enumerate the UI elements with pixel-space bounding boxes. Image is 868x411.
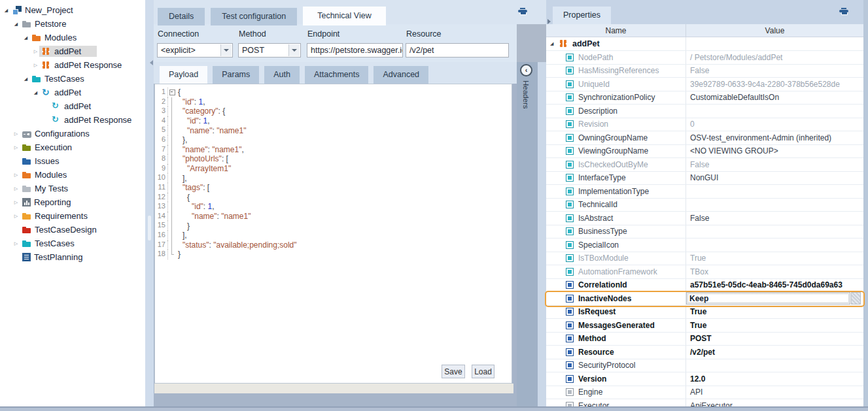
property-row-isabstract[interactable]: IsAbstractFalse — [546, 212, 863, 225]
property-root-row[interactable]: addPet — [546, 37, 863, 51]
printer-icon[interactable] — [518, 10, 527, 12]
expander-icon[interactable] — [32, 48, 39, 55]
property-row-hasmissingreferences[interactable]: HasMissingReferencesFalse — [546, 65, 863, 78]
tree-item-petstore[interactable]: Petstore — [0, 17, 145, 31]
expander-icon[interactable] — [12, 20, 20, 27]
property-row-revision[interactable]: Revision0 — [546, 118, 863, 132]
property-value: /v2/pet — [690, 348, 715, 357]
endpoint-input[interactable]: https://petstore.swagger.io — [307, 43, 403, 58]
property-row-interfacetype[interactable]: InterfaceTypeNonGUI — [546, 172, 863, 186]
fold-toggle-icon[interactable] — [168, 88, 177, 97]
fold-line — [168, 116, 177, 126]
property-row-isrequest[interactable]: IsRequestTrue — [546, 306, 863, 320]
tree-item-addpet[interactable]: addPet — [0, 44, 145, 58]
tab-test-configuration[interactable]: Test configuration — [211, 8, 297, 25]
tree-item-addpet[interactable]: addPet — [0, 86, 145, 99]
expander-icon[interactable] — [12, 199, 20, 206]
headers-panel-tab[interactable]: ‹ Headers — [517, 62, 538, 406]
tree-item-configurations[interactable]: Configurations — [0, 127, 145, 140]
property-row-specialicon[interactable]: SpecialIcon — [546, 238, 863, 252]
tab-advanced[interactable]: Advanced — [373, 66, 428, 84]
printer-icon[interactable] — [839, 10, 848, 12]
property-row-uniqueid[interactable]: UniqueId39e92789-0633-9c4a-2280-378b56e5… — [546, 78, 863, 91]
property-row-description[interactable]: Description — [546, 105, 863, 118]
property-row-securityprotocol[interactable]: SecurityProtocol — [546, 359, 863, 373]
property-row-ischeckedoutbyme[interactable]: IsCheckedOutByMeFalse — [546, 158, 863, 172]
tree-item-testcases[interactable]: TestCases — [0, 237, 145, 250]
collapse-left-icon[interactable] — [147, 60, 153, 65]
splitter-handle[interactable] — [148, 216, 151, 240]
property-row-engine[interactable]: EngineAPI — [546, 386, 863, 400]
tree-item-modules[interactable]: Modules — [0, 168, 145, 182]
tree-item-requirements[interactable]: Requirements — [0, 209, 145, 223]
ellipsis-button[interactable] — [851, 292, 861, 304]
property-value-input[interactable] — [686, 292, 850, 304]
tree-item-testcasedesign[interactable]: TestCaseDesign — [0, 223, 145, 237]
property-row-resource[interactable]: Resource/v2/pet — [546, 346, 863, 359]
property-row-version[interactable]: Version12.0 — [546, 372, 863, 386]
expander-icon[interactable] — [32, 89, 39, 96]
property-row-businesstype[interactable]: BusinessType — [546, 225, 863, 239]
expander-icon[interactable] — [22, 75, 29, 82]
tab-params[interactable]: Params — [213, 66, 259, 84]
property-row-method[interactable]: MethodPOST — [546, 333, 863, 346]
payload-editor[interactable]: 1{2"id": 1,3"category": {4"id": 1,5"name… — [154, 84, 512, 384]
expander-icon[interactable] — [32, 61, 39, 69]
tree-item-execution[interactable]: Execution — [0, 140, 145, 154]
property-row-viewinggroupname[interactable]: ViewingGroupName<NO VIEWING GROUP> — [546, 145, 863, 159]
headers-tab-label[interactable]: Headers — [522, 80, 530, 108]
property-row-automationframework[interactable]: AutomationFrameworkTBox — [546, 265, 863, 279]
tree-item-new-project[interactable]: New_Project — [0, 3, 145, 17]
expander-icon[interactable] — [3, 7, 10, 14]
tree-item-my-tests[interactable]: My Tests — [0, 182, 145, 195]
property-row-inactivenodes[interactable]: InactiveNodes — [546, 292, 863, 306]
expander-icon[interactable] — [12, 185, 20, 192]
name-column-header[interactable]: Name — [546, 24, 686, 37]
tree-item-reporting[interactable]: Reporting — [0, 195, 145, 209]
tree-item-label: Modules — [35, 170, 67, 180]
tosca-window: New_ProjectPetstoreModulesaddPetaddPet R… — [0, 0, 868, 411]
expander-icon[interactable] — [12, 240, 20, 247]
properties-splitter[interactable] — [538, 62, 546, 406]
property-row-correlationid[interactable]: CorrelationIda57b51e5-05dc-4eab-8465-745… — [546, 279, 863, 293]
tab-properties[interactable]: Properties — [553, 7, 611, 24]
tab-auth[interactable]: Auth — [264, 66, 300, 84]
tree-item-testcases[interactable]: TestCases — [0, 72, 145, 86]
tree-splitter[interactable] — [145, 0, 154, 406]
resource-input[interactable]: /v2/pet — [406, 43, 509, 58]
tree-item-modules[interactable]: Modules — [0, 31, 145, 44]
tree-item-addpet-response[interactable]: addPet Response — [0, 113, 145, 127]
tab-technical-view[interactable]: Technical View — [303, 7, 385, 25]
tab-details[interactable]: Details — [158, 8, 205, 25]
property-row-istboxmodule[interactable]: IsTBoxModuleTrue — [546, 252, 863, 266]
connection-select[interactable]: <explicit> — [157, 43, 233, 58]
expander-icon[interactable] — [12, 144, 20, 151]
expander-icon[interactable] — [12, 130, 20, 137]
tab-attachments[interactable]: Attachments — [305, 66, 368, 84]
property-row-nodepath[interactable]: NodePath/ Petstore/Modules/addPet — [546, 51, 863, 65]
expander-icon[interactable] — [22, 34, 29, 41]
expander-icon[interactable] — [12, 212, 20, 220]
property-row-owninggroupname[interactable]: OwningGroupNameOSV-test_environment-Admi… — [546, 131, 863, 145]
chevron-down-icon[interactable] — [220, 44, 232, 56]
load-button[interactable]: Load — [472, 365, 495, 378]
save-button[interactable]: Save — [442, 365, 465, 378]
expander-icon[interactable] — [550, 41, 557, 46]
tab-payload[interactable]: Payload — [160, 66, 207, 84]
property-row-implementationtype[interactable]: ImplementationType — [546, 185, 863, 199]
expand-headers-button[interactable]: ‹ — [520, 64, 532, 76]
tree-item-label: TestCases — [35, 238, 75, 248]
tree-item-issues[interactable]: Issues — [0, 154, 145, 168]
value-column-header[interactable]: Value — [686, 24, 863, 37]
property-row-technicalid[interactable]: TechnicalId — [546, 199, 863, 212]
collapse-right-icon[interactable] — [547, 19, 553, 24]
property-row-messagesgenerated[interactable]: MessagesGeneratedTrue — [546, 319, 863, 333]
tree-item-addpet[interactable]: addPet — [0, 99, 145, 113]
property-row-synchronizationpolicy[interactable]: SynchronizationPolicyCustomizableDefault… — [546, 91, 863, 105]
expander-icon[interactable] — [12, 171, 20, 178]
editor-hscrollbar[interactable] — [154, 384, 513, 393]
tree-item-testplanning[interactable]: TestPlanning — [0, 250, 145, 264]
tree-item-addpet-response[interactable]: addPet Response — [0, 58, 145, 72]
method-select[interactable]: POST — [238, 43, 301, 58]
chevron-down-icon[interactable] — [288, 44, 300, 56]
